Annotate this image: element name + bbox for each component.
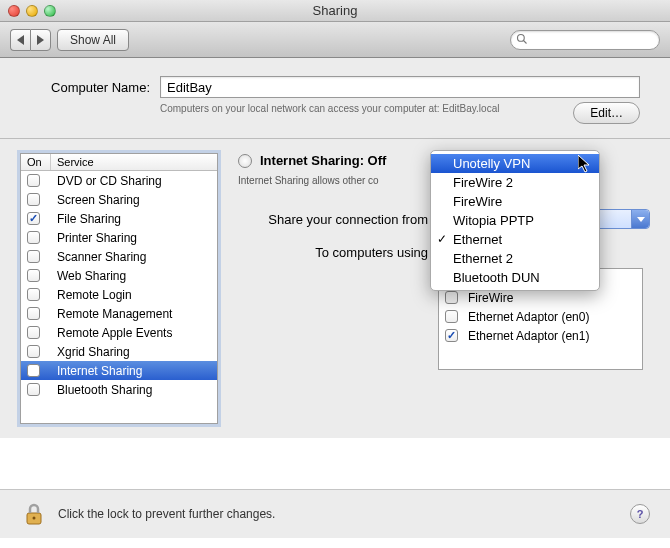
service-row[interactable]: Web Sharing	[21, 266, 217, 285]
service-row[interactable]: Printer Sharing	[21, 228, 217, 247]
search-input[interactable]	[510, 30, 660, 50]
service-label: DVD or CD Sharing	[57, 174, 162, 188]
service-label: Bluetooth Sharing	[57, 383, 152, 397]
service-checkbox[interactable]	[27, 364, 40, 377]
service-checkbox[interactable]	[27, 383, 40, 396]
service-checkbox[interactable]	[27, 345, 40, 358]
service-row[interactable]: Bluetooth Sharing	[21, 380, 217, 399]
search-icon	[516, 33, 528, 45]
popup-arrows-icon	[631, 210, 649, 228]
dropdown-item[interactable]: Ethernet	[431, 230, 599, 249]
service-row[interactable]: Remote Management	[21, 304, 217, 323]
forward-button[interactable]	[30, 29, 51, 51]
service-row[interactable]: DVD or CD Sharing	[21, 171, 217, 190]
service-label: Internet Sharing	[57, 364, 142, 378]
service-label: Web Sharing	[57, 269, 126, 283]
computer-name-label: Computer Name:	[30, 80, 150, 95]
service-checkbox[interactable]	[27, 307, 40, 320]
service-checkbox[interactable]	[27, 193, 40, 206]
svg-point-3	[33, 517, 36, 520]
service-row[interactable]: Remote Apple Events	[21, 323, 217, 342]
service-checkbox[interactable]	[27, 326, 40, 339]
chevron-right-icon	[37, 35, 44, 45]
service-detail: Internet Sharing: Off Internet Sharing a…	[238, 153, 650, 424]
column-service: Service	[51, 154, 217, 170]
edit-button[interactable]: Edit…	[573, 102, 640, 124]
dropdown-item[interactable]: Bluetooth DUN	[431, 268, 599, 287]
to-computers-label: To computers using	[238, 245, 428, 260]
svg-line-1	[524, 40, 527, 43]
service-label: Scanner Sharing	[57, 250, 146, 264]
service-label: Screen Sharing	[57, 193, 140, 207]
port-checkbox[interactable]	[445, 291, 458, 304]
main-content: On Service DVD or CD SharingScreen Shari…	[0, 139, 670, 438]
footer: Click the lock to prevent further change…	[0, 489, 670, 538]
service-row[interactable]: Remote Login	[21, 285, 217, 304]
dropdown-item[interactable]: FireWire 2	[431, 173, 599, 192]
share-from-dropdown[interactable]: Unotelly VPNFireWire 2FireWireWitopia PP…	[430, 150, 600, 291]
dropdown-item[interactable]: Unotelly VPN	[431, 154, 599, 173]
port-row[interactable]: Ethernet Adaptor (en1)	[439, 326, 642, 345]
column-on: On	[21, 154, 51, 170]
service-checkbox[interactable]	[27, 212, 40, 225]
service-label: Xgrid Sharing	[57, 345, 130, 359]
service-checkbox[interactable]	[27, 269, 40, 282]
window-title: Sharing	[0, 3, 670, 18]
titlebar: Sharing	[0, 0, 670, 22]
lock-text: Click the lock to prevent further change…	[58, 507, 275, 521]
service-checkbox[interactable]	[27, 174, 40, 187]
detail-title: Internet Sharing: Off	[260, 153, 386, 168]
service-row[interactable]: Xgrid Sharing	[21, 342, 217, 361]
service-label: Printer Sharing	[57, 231, 137, 245]
port-checkbox[interactable]	[445, 329, 458, 342]
service-row[interactable]: File Sharing	[21, 209, 217, 228]
service-row[interactable]: Scanner Sharing	[21, 247, 217, 266]
dropdown-item[interactable]: FireWire	[431, 192, 599, 211]
port-label: Ethernet Adaptor (en1)	[468, 329, 589, 343]
dropdown-item[interactable]: Witopia PPTP	[431, 211, 599, 230]
services-table[interactable]: On Service DVD or CD SharingScreen Shari…	[20, 153, 218, 424]
service-checkbox[interactable]	[27, 250, 40, 263]
service-label: Remote Login	[57, 288, 132, 302]
service-label: Remote Management	[57, 307, 172, 321]
dropdown-item[interactable]: Ethernet 2	[431, 249, 599, 268]
service-row[interactable]: Internet Sharing	[21, 361, 217, 380]
toolbar: Show All	[0, 22, 670, 58]
service-checkbox[interactable]	[27, 288, 40, 301]
back-button[interactable]	[10, 29, 30, 51]
share-from-label: Share your connection from	[238, 212, 428, 227]
status-indicator	[238, 154, 252, 168]
lock-icon[interactable]	[20, 500, 48, 528]
port-label: Ethernet Adaptor (en0)	[468, 310, 589, 324]
port-label: FireWire	[468, 291, 513, 305]
computer-name-input[interactable]	[160, 76, 640, 98]
services-header: On Service	[21, 154, 217, 171]
help-button[interactable]: ?	[630, 504, 650, 524]
svg-point-0	[518, 34, 525, 41]
service-row[interactable]: Screen Sharing	[21, 190, 217, 209]
service-label: File Sharing	[57, 212, 121, 226]
computer-name-section: Computer Name: Computers on your local n…	[0, 58, 670, 139]
show-all-button[interactable]: Show All	[57, 29, 129, 51]
port-row[interactable]: Ethernet Adaptor (en0)	[439, 307, 642, 326]
service-checkbox[interactable]	[27, 231, 40, 244]
port-checkbox[interactable]	[445, 310, 458, 323]
service-label: Remote Apple Events	[57, 326, 172, 340]
computer-name-hint: Computers on your local network can acce…	[160, 102, 561, 124]
chevron-left-icon	[17, 35, 24, 45]
